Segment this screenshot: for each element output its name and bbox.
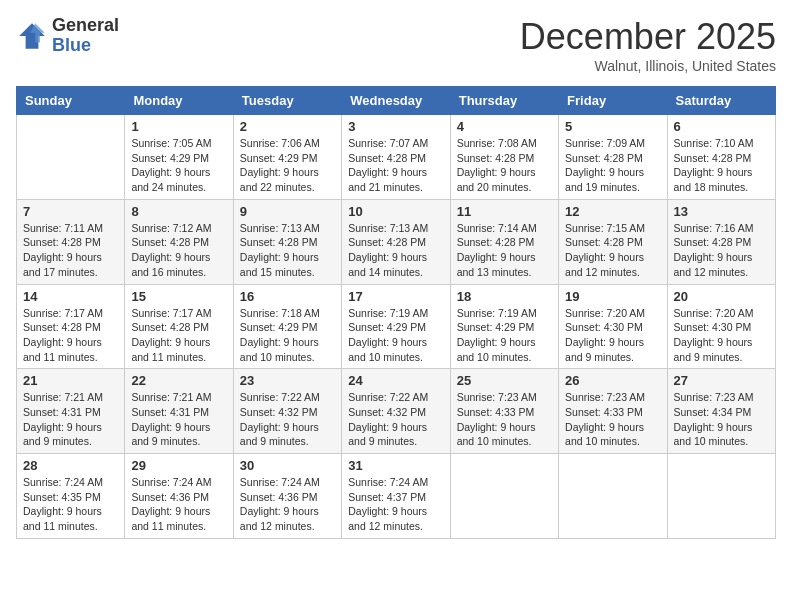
calendar-cell: 21Sunrise: 7:21 AM Sunset: 4:31 PM Dayli… bbox=[17, 369, 125, 454]
day-info: Sunrise: 7:24 AM Sunset: 4:36 PM Dayligh… bbox=[240, 475, 335, 534]
calendar-cell: 25Sunrise: 7:23 AM Sunset: 4:33 PM Dayli… bbox=[450, 369, 558, 454]
day-number: 6 bbox=[674, 119, 769, 134]
day-number: 23 bbox=[240, 373, 335, 388]
calendar-cell: 26Sunrise: 7:23 AM Sunset: 4:33 PM Dayli… bbox=[559, 369, 667, 454]
col-header-sunday: Sunday bbox=[17, 87, 125, 115]
day-info: Sunrise: 7:13 AM Sunset: 4:28 PM Dayligh… bbox=[348, 221, 443, 280]
col-header-friday: Friday bbox=[559, 87, 667, 115]
logo-blue: Blue bbox=[52, 36, 119, 56]
calendar-cell bbox=[17, 115, 125, 200]
day-number: 8 bbox=[131, 204, 226, 219]
calendar-cell: 24Sunrise: 7:22 AM Sunset: 4:32 PM Dayli… bbox=[342, 369, 450, 454]
day-info: Sunrise: 7:12 AM Sunset: 4:28 PM Dayligh… bbox=[131, 221, 226, 280]
day-info: Sunrise: 7:09 AM Sunset: 4:28 PM Dayligh… bbox=[565, 136, 660, 195]
col-header-tuesday: Tuesday bbox=[233, 87, 341, 115]
day-number: 3 bbox=[348, 119, 443, 134]
calendar-header-row: SundayMondayTuesdayWednesdayThursdayFrid… bbox=[17, 87, 776, 115]
day-number: 18 bbox=[457, 289, 552, 304]
logo-icon bbox=[16, 20, 48, 52]
day-number: 16 bbox=[240, 289, 335, 304]
col-header-thursday: Thursday bbox=[450, 87, 558, 115]
calendar-cell: 18Sunrise: 7:19 AM Sunset: 4:29 PM Dayli… bbox=[450, 284, 558, 369]
calendar-cell: 13Sunrise: 7:16 AM Sunset: 4:28 PM Dayli… bbox=[667, 199, 775, 284]
day-number: 21 bbox=[23, 373, 118, 388]
day-number: 5 bbox=[565, 119, 660, 134]
day-number: 11 bbox=[457, 204, 552, 219]
day-info: Sunrise: 7:19 AM Sunset: 4:29 PM Dayligh… bbox=[348, 306, 443, 365]
day-number: 26 bbox=[565, 373, 660, 388]
day-number: 31 bbox=[348, 458, 443, 473]
title-block: December 2025 Walnut, Illinois, United S… bbox=[520, 16, 776, 74]
calendar-cell: 3Sunrise: 7:07 AM Sunset: 4:28 PM Daylig… bbox=[342, 115, 450, 200]
day-info: Sunrise: 7:14 AM Sunset: 4:28 PM Dayligh… bbox=[457, 221, 552, 280]
location: Walnut, Illinois, United States bbox=[520, 58, 776, 74]
day-number: 17 bbox=[348, 289, 443, 304]
calendar-table: SundayMondayTuesdayWednesdayThursdayFrid… bbox=[16, 86, 776, 539]
col-header-wednesday: Wednesday bbox=[342, 87, 450, 115]
calendar-cell: 20Sunrise: 7:20 AM Sunset: 4:30 PM Dayli… bbox=[667, 284, 775, 369]
calendar-cell: 15Sunrise: 7:17 AM Sunset: 4:28 PM Dayli… bbox=[125, 284, 233, 369]
calendar-cell: 29Sunrise: 7:24 AM Sunset: 4:36 PM Dayli… bbox=[125, 454, 233, 539]
day-number: 1 bbox=[131, 119, 226, 134]
day-info: Sunrise: 7:20 AM Sunset: 4:30 PM Dayligh… bbox=[565, 306, 660, 365]
calendar-cell: 1Sunrise: 7:05 AM Sunset: 4:29 PM Daylig… bbox=[125, 115, 233, 200]
month-title: December 2025 bbox=[520, 16, 776, 58]
calendar-cell bbox=[667, 454, 775, 539]
day-info: Sunrise: 7:19 AM Sunset: 4:29 PM Dayligh… bbox=[457, 306, 552, 365]
day-info: Sunrise: 7:21 AM Sunset: 4:31 PM Dayligh… bbox=[23, 390, 118, 449]
day-number: 25 bbox=[457, 373, 552, 388]
calendar-cell: 10Sunrise: 7:13 AM Sunset: 4:28 PM Dayli… bbox=[342, 199, 450, 284]
week-row-3: 14Sunrise: 7:17 AM Sunset: 4:28 PM Dayli… bbox=[17, 284, 776, 369]
day-info: Sunrise: 7:17 AM Sunset: 4:28 PM Dayligh… bbox=[131, 306, 226, 365]
week-row-1: 1Sunrise: 7:05 AM Sunset: 4:29 PM Daylig… bbox=[17, 115, 776, 200]
day-number: 20 bbox=[674, 289, 769, 304]
calendar-cell: 28Sunrise: 7:24 AM Sunset: 4:35 PM Dayli… bbox=[17, 454, 125, 539]
week-row-2: 7Sunrise: 7:11 AM Sunset: 4:28 PM Daylig… bbox=[17, 199, 776, 284]
day-info: Sunrise: 7:24 AM Sunset: 4:37 PM Dayligh… bbox=[348, 475, 443, 534]
day-info: Sunrise: 7:24 AM Sunset: 4:35 PM Dayligh… bbox=[23, 475, 118, 534]
calendar-cell: 27Sunrise: 7:23 AM Sunset: 4:34 PM Dayli… bbox=[667, 369, 775, 454]
day-info: Sunrise: 7:23 AM Sunset: 4:33 PM Dayligh… bbox=[565, 390, 660, 449]
day-number: 9 bbox=[240, 204, 335, 219]
day-info: Sunrise: 7:07 AM Sunset: 4:28 PM Dayligh… bbox=[348, 136, 443, 195]
calendar-cell: 8Sunrise: 7:12 AM Sunset: 4:28 PM Daylig… bbox=[125, 199, 233, 284]
week-row-4: 21Sunrise: 7:21 AM Sunset: 4:31 PM Dayli… bbox=[17, 369, 776, 454]
calendar-cell: 11Sunrise: 7:14 AM Sunset: 4:28 PM Dayli… bbox=[450, 199, 558, 284]
day-number: 27 bbox=[674, 373, 769, 388]
day-info: Sunrise: 7:18 AM Sunset: 4:29 PM Dayligh… bbox=[240, 306, 335, 365]
calendar-cell: 19Sunrise: 7:20 AM Sunset: 4:30 PM Dayli… bbox=[559, 284, 667, 369]
calendar-cell: 17Sunrise: 7:19 AM Sunset: 4:29 PM Dayli… bbox=[342, 284, 450, 369]
day-info: Sunrise: 7:22 AM Sunset: 4:32 PM Dayligh… bbox=[240, 390, 335, 449]
week-row-5: 28Sunrise: 7:24 AM Sunset: 4:35 PM Dayli… bbox=[17, 454, 776, 539]
calendar-cell: 16Sunrise: 7:18 AM Sunset: 4:29 PM Dayli… bbox=[233, 284, 341, 369]
col-header-saturday: Saturday bbox=[667, 87, 775, 115]
day-info: Sunrise: 7:05 AM Sunset: 4:29 PM Dayligh… bbox=[131, 136, 226, 195]
day-info: Sunrise: 7:13 AM Sunset: 4:28 PM Dayligh… bbox=[240, 221, 335, 280]
calendar-cell: 23Sunrise: 7:22 AM Sunset: 4:32 PM Dayli… bbox=[233, 369, 341, 454]
day-number: 29 bbox=[131, 458, 226, 473]
day-info: Sunrise: 7:17 AM Sunset: 4:28 PM Dayligh… bbox=[23, 306, 118, 365]
calendar-cell: 9Sunrise: 7:13 AM Sunset: 4:28 PM Daylig… bbox=[233, 199, 341, 284]
day-number: 28 bbox=[23, 458, 118, 473]
day-info: Sunrise: 7:10 AM Sunset: 4:28 PM Dayligh… bbox=[674, 136, 769, 195]
calendar-cell: 31Sunrise: 7:24 AM Sunset: 4:37 PM Dayli… bbox=[342, 454, 450, 539]
day-number: 13 bbox=[674, 204, 769, 219]
day-info: Sunrise: 7:24 AM Sunset: 4:36 PM Dayligh… bbox=[131, 475, 226, 534]
day-number: 14 bbox=[23, 289, 118, 304]
page-header: General Blue December 2025 Walnut, Illin… bbox=[16, 16, 776, 74]
day-info: Sunrise: 7:11 AM Sunset: 4:28 PM Dayligh… bbox=[23, 221, 118, 280]
day-info: Sunrise: 7:08 AM Sunset: 4:28 PM Dayligh… bbox=[457, 136, 552, 195]
day-number: 22 bbox=[131, 373, 226, 388]
day-number: 15 bbox=[131, 289, 226, 304]
calendar-cell: 14Sunrise: 7:17 AM Sunset: 4:28 PM Dayli… bbox=[17, 284, 125, 369]
logo: General Blue bbox=[16, 16, 119, 56]
day-number: 30 bbox=[240, 458, 335, 473]
day-number: 4 bbox=[457, 119, 552, 134]
day-number: 19 bbox=[565, 289, 660, 304]
calendar-cell bbox=[450, 454, 558, 539]
calendar-cell: 7Sunrise: 7:11 AM Sunset: 4:28 PM Daylig… bbox=[17, 199, 125, 284]
day-info: Sunrise: 7:06 AM Sunset: 4:29 PM Dayligh… bbox=[240, 136, 335, 195]
day-number: 24 bbox=[348, 373, 443, 388]
day-info: Sunrise: 7:23 AM Sunset: 4:34 PM Dayligh… bbox=[674, 390, 769, 449]
day-info: Sunrise: 7:20 AM Sunset: 4:30 PM Dayligh… bbox=[674, 306, 769, 365]
